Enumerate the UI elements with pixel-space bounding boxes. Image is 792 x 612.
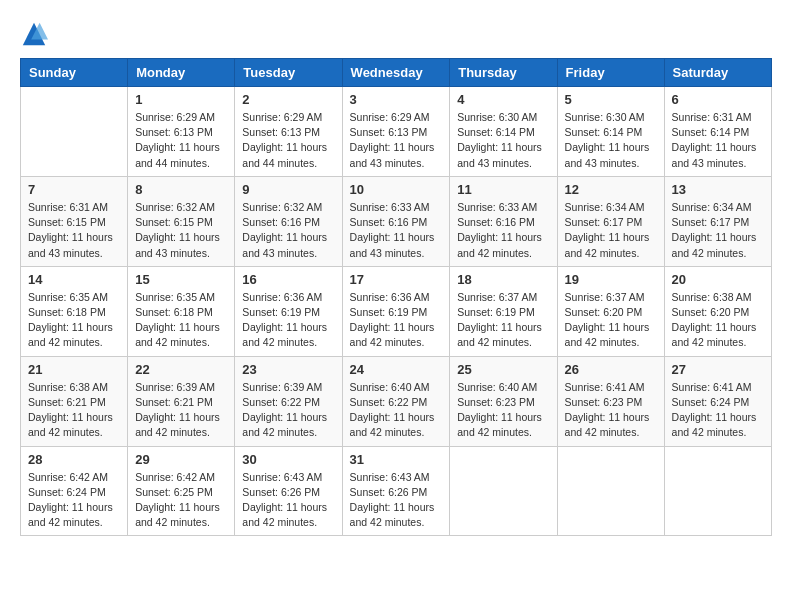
table-row: 6Sunrise: 6:31 AM Sunset: 6:14 PM Daylig…: [664, 87, 771, 177]
table-row: 16Sunrise: 6:36 AM Sunset: 6:19 PM Dayli…: [235, 266, 342, 356]
day-info: Sunrise: 6:35 AM Sunset: 6:18 PM Dayligh…: [28, 290, 120, 351]
day-info: Sunrise: 6:30 AM Sunset: 6:14 PM Dayligh…: [565, 110, 657, 171]
table-row: [21, 87, 128, 177]
day-info: Sunrise: 6:31 AM Sunset: 6:14 PM Dayligh…: [672, 110, 764, 171]
day-info: Sunrise: 6:38 AM Sunset: 6:21 PM Dayligh…: [28, 380, 120, 441]
table-row: 24Sunrise: 6:40 AM Sunset: 6:22 PM Dayli…: [342, 356, 450, 446]
table-row: 17Sunrise: 6:36 AM Sunset: 6:19 PM Dayli…: [342, 266, 450, 356]
table-row: [450, 446, 557, 536]
day-info: Sunrise: 6:36 AM Sunset: 6:19 PM Dayligh…: [242, 290, 334, 351]
day-info: Sunrise: 6:39 AM Sunset: 6:21 PM Dayligh…: [135, 380, 227, 441]
day-info: Sunrise: 6:41 AM Sunset: 6:23 PM Dayligh…: [565, 380, 657, 441]
table-row: 9Sunrise: 6:32 AM Sunset: 6:16 PM Daylig…: [235, 176, 342, 266]
table-row: 1Sunrise: 6:29 AM Sunset: 6:13 PM Daylig…: [128, 87, 235, 177]
day-number: 15: [135, 272, 227, 287]
day-number: 12: [565, 182, 657, 197]
table-row: 2Sunrise: 6:29 AM Sunset: 6:13 PM Daylig…: [235, 87, 342, 177]
day-number: 24: [350, 362, 443, 377]
table-row: 27Sunrise: 6:41 AM Sunset: 6:24 PM Dayli…: [664, 356, 771, 446]
calendar-week-row: 1Sunrise: 6:29 AM Sunset: 6:13 PM Daylig…: [21, 87, 772, 177]
day-info: Sunrise: 6:41 AM Sunset: 6:24 PM Dayligh…: [672, 380, 764, 441]
day-number: 7: [28, 182, 120, 197]
logo: [20, 20, 50, 48]
table-row: 15Sunrise: 6:35 AM Sunset: 6:18 PM Dayli…: [128, 266, 235, 356]
day-number: 5: [565, 92, 657, 107]
table-row: [664, 446, 771, 536]
day-info: Sunrise: 6:33 AM Sunset: 6:16 PM Dayligh…: [457, 200, 549, 261]
day-info: Sunrise: 6:40 AM Sunset: 6:22 PM Dayligh…: [350, 380, 443, 441]
day-number: 17: [350, 272, 443, 287]
day-number: 27: [672, 362, 764, 377]
day-number: 23: [242, 362, 334, 377]
calendar-table: SundayMondayTuesdayWednesdayThursdayFrid…: [20, 58, 772, 536]
table-row: 20Sunrise: 6:38 AM Sunset: 6:20 PM Dayli…: [664, 266, 771, 356]
day-info: Sunrise: 6:36 AM Sunset: 6:19 PM Dayligh…: [350, 290, 443, 351]
day-info: Sunrise: 6:39 AM Sunset: 6:22 PM Dayligh…: [242, 380, 334, 441]
table-row: 18Sunrise: 6:37 AM Sunset: 6:19 PM Dayli…: [450, 266, 557, 356]
day-number: 25: [457, 362, 549, 377]
table-row: 28Sunrise: 6:42 AM Sunset: 6:24 PM Dayli…: [21, 446, 128, 536]
calendar-week-row: 21Sunrise: 6:38 AM Sunset: 6:21 PM Dayli…: [21, 356, 772, 446]
day-number: 28: [28, 452, 120, 467]
day-info: Sunrise: 6:32 AM Sunset: 6:16 PM Dayligh…: [242, 200, 334, 261]
col-header-saturday: Saturday: [664, 59, 771, 87]
day-info: Sunrise: 6:29 AM Sunset: 6:13 PM Dayligh…: [135, 110, 227, 171]
day-number: 19: [565, 272, 657, 287]
day-number: 9: [242, 182, 334, 197]
day-info: Sunrise: 6:43 AM Sunset: 6:26 PM Dayligh…: [242, 470, 334, 531]
col-header-thursday: Thursday: [450, 59, 557, 87]
table-row: 12Sunrise: 6:34 AM Sunset: 6:17 PM Dayli…: [557, 176, 664, 266]
calendar-header-row: SundayMondayTuesdayWednesdayThursdayFrid…: [21, 59, 772, 87]
table-row: 10Sunrise: 6:33 AM Sunset: 6:16 PM Dayli…: [342, 176, 450, 266]
table-row: 22Sunrise: 6:39 AM Sunset: 6:21 PM Dayli…: [128, 356, 235, 446]
logo-icon: [20, 20, 48, 48]
table-row: 23Sunrise: 6:39 AM Sunset: 6:22 PM Dayli…: [235, 356, 342, 446]
day-number: 16: [242, 272, 334, 287]
calendar-week-row: 28Sunrise: 6:42 AM Sunset: 6:24 PM Dayli…: [21, 446, 772, 536]
day-info: Sunrise: 6:33 AM Sunset: 6:16 PM Dayligh…: [350, 200, 443, 261]
day-info: Sunrise: 6:34 AM Sunset: 6:17 PM Dayligh…: [672, 200, 764, 261]
table-row: 30Sunrise: 6:43 AM Sunset: 6:26 PM Dayli…: [235, 446, 342, 536]
col-header-wednesday: Wednesday: [342, 59, 450, 87]
day-number: 10: [350, 182, 443, 197]
table-row: 8Sunrise: 6:32 AM Sunset: 6:15 PM Daylig…: [128, 176, 235, 266]
table-row: 5Sunrise: 6:30 AM Sunset: 6:14 PM Daylig…: [557, 87, 664, 177]
day-number: 3: [350, 92, 443, 107]
day-number: 4: [457, 92, 549, 107]
day-info: Sunrise: 6:29 AM Sunset: 6:13 PM Dayligh…: [350, 110, 443, 171]
day-number: 13: [672, 182, 764, 197]
table-row: 13Sunrise: 6:34 AM Sunset: 6:17 PM Dayli…: [664, 176, 771, 266]
col-header-sunday: Sunday: [21, 59, 128, 87]
day-info: Sunrise: 6:31 AM Sunset: 6:15 PM Dayligh…: [28, 200, 120, 261]
day-info: Sunrise: 6:37 AM Sunset: 6:19 PM Dayligh…: [457, 290, 549, 351]
day-info: Sunrise: 6:32 AM Sunset: 6:15 PM Dayligh…: [135, 200, 227, 261]
table-row: 11Sunrise: 6:33 AM Sunset: 6:16 PM Dayli…: [450, 176, 557, 266]
day-number: 1: [135, 92, 227, 107]
calendar-week-row: 7Sunrise: 6:31 AM Sunset: 6:15 PM Daylig…: [21, 176, 772, 266]
table-row: 25Sunrise: 6:40 AM Sunset: 6:23 PM Dayli…: [450, 356, 557, 446]
day-number: 26: [565, 362, 657, 377]
page-header: [20, 20, 772, 48]
day-info: Sunrise: 6:35 AM Sunset: 6:18 PM Dayligh…: [135, 290, 227, 351]
day-number: 29: [135, 452, 227, 467]
day-number: 20: [672, 272, 764, 287]
day-number: 14: [28, 272, 120, 287]
day-number: 2: [242, 92, 334, 107]
day-info: Sunrise: 6:37 AM Sunset: 6:20 PM Dayligh…: [565, 290, 657, 351]
day-number: 18: [457, 272, 549, 287]
table-row: 14Sunrise: 6:35 AM Sunset: 6:18 PM Dayli…: [21, 266, 128, 356]
day-info: Sunrise: 6:42 AM Sunset: 6:24 PM Dayligh…: [28, 470, 120, 531]
day-number: 21: [28, 362, 120, 377]
day-number: 22: [135, 362, 227, 377]
day-info: Sunrise: 6:40 AM Sunset: 6:23 PM Dayligh…: [457, 380, 549, 441]
table-row: 3Sunrise: 6:29 AM Sunset: 6:13 PM Daylig…: [342, 87, 450, 177]
day-info: Sunrise: 6:30 AM Sunset: 6:14 PM Dayligh…: [457, 110, 549, 171]
day-info: Sunrise: 6:29 AM Sunset: 6:13 PM Dayligh…: [242, 110, 334, 171]
col-header-tuesday: Tuesday: [235, 59, 342, 87]
col-header-monday: Monday: [128, 59, 235, 87]
col-header-friday: Friday: [557, 59, 664, 87]
day-number: 6: [672, 92, 764, 107]
calendar-week-row: 14Sunrise: 6:35 AM Sunset: 6:18 PM Dayli…: [21, 266, 772, 356]
day-info: Sunrise: 6:34 AM Sunset: 6:17 PM Dayligh…: [565, 200, 657, 261]
table-row: 29Sunrise: 6:42 AM Sunset: 6:25 PM Dayli…: [128, 446, 235, 536]
